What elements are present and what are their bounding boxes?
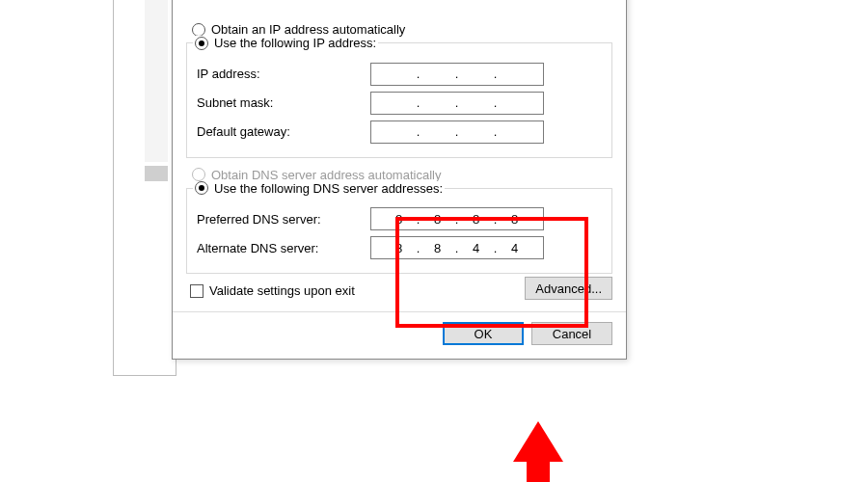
- background-window-scroll: [145, 166, 168, 181]
- default-gateway-input[interactable]: . . .: [370, 120, 544, 144]
- radio-use-dns[interactable]: Use the following DNS server addresses:: [193, 181, 445, 196]
- radio-obtain-ip[interactable]: Obtain an IP address automatically: [192, 22, 612, 37]
- ok-button[interactable]: OK: [443, 322, 524, 345]
- radio-use-ip-input[interactable]: [195, 37, 208, 50]
- preferred-dns-label: Preferred DNS server:: [197, 212, 370, 227]
- alternate-dns-row: Alternate DNS server: 8. 8. 4. 4: [197, 236, 602, 259]
- annotation-arrow-icon: [513, 421, 563, 482]
- subnet-mask-row: Subnet mask: . . .: [197, 92, 602, 115]
- spacer-top: [186, 0, 612, 16]
- validate-checkbox[interactable]: [190, 284, 203, 298]
- advanced-button[interactable]: Advanced...: [525, 277, 612, 300]
- radio-use-ip-label: Use the following IP address:: [214, 36, 376, 50]
- dialog-button-bar: OK Cancel: [173, 311, 626, 359]
- advanced-button-label: Advanced...: [535, 281, 602, 296]
- radio-obtain-ip-input[interactable]: [192, 23, 205, 37]
- alternate-dns-label: Alternate DNS server:: [197, 241, 370, 255]
- preferred-dns-input[interactable]: 8. 8. 8. 8: [370, 207, 544, 230]
- radio-obtain-dns-label: Obtain DNS server address automatically: [211, 168, 441, 182]
- dialog-body: Obtain an IP address automatically Use t…: [173, 0, 626, 311]
- radio-use-dns-label: Use the following DNS server addresses:: [214, 181, 443, 196]
- preferred-dns-row: Preferred DNS server: 8. 8. 8. 8: [197, 207, 602, 230]
- ipv4-properties-dialog: Obtain an IP address automatically Use t…: [172, 0, 627, 360]
- subnet-mask-input[interactable]: . . .: [370, 92, 544, 115]
- ip-address-group: Use the following IP address: IP address…: [186, 42, 612, 158]
- ok-button-label: OK: [475, 327, 493, 341]
- alternate-dns-input[interactable]: 8. 8. 4. 4: [370, 236, 544, 259]
- subnet-mask-label: Subnet mask:: [197, 95, 370, 110]
- validate-checkbox-label: Validate settings upon exit: [209, 283, 355, 298]
- dns-server-group: Use the following DNS server addresses: …: [186, 188, 612, 275]
- background-window: [145, 0, 168, 162]
- default-gateway-label: Default gateway:: [197, 124, 370, 139]
- radio-use-ip[interactable]: Use the following IP address:: [193, 36, 378, 50]
- ip-address-input[interactable]: . . .: [370, 63, 544, 86]
- ip-address-row: IP address: . . .: [197, 63, 602, 86]
- ip-address-label: IP address:: [197, 67, 370, 81]
- radio-use-dns-input[interactable]: [195, 181, 208, 195]
- default-gateway-row: Default gateway: . . .: [197, 120, 602, 144]
- cancel-button-label: Cancel: [553, 327, 591, 341]
- cancel-button[interactable]: Cancel: [531, 322, 612, 345]
- radio-obtain-dns-input: [192, 168, 205, 181]
- radio-obtain-dns: Obtain DNS server address automatically: [192, 168, 612, 182]
- radio-obtain-ip-label: Obtain an IP address automatically: [211, 22, 405, 37]
